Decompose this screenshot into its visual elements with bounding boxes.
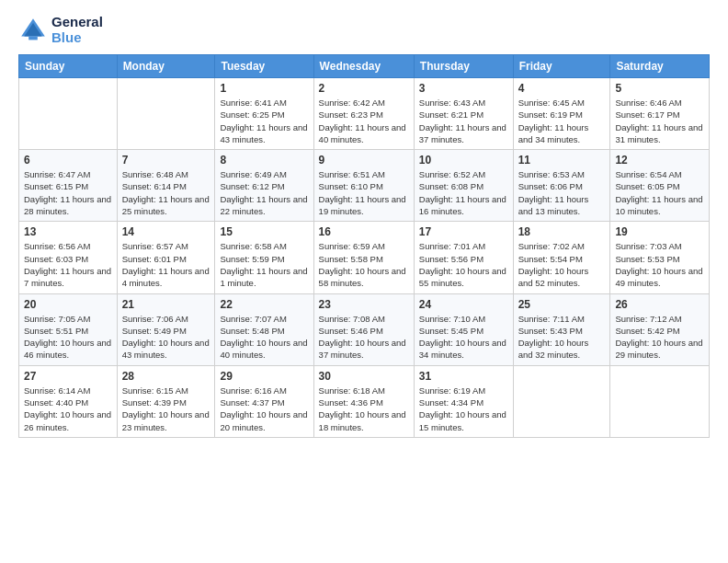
day-number: 29	[220, 370, 308, 383]
day-number: 2	[319, 82, 409, 95]
calendar-cell: 28Sunrise: 6:15 AM Sunset: 4:39 PM Dayli…	[117, 365, 215, 437]
calendar-cell: 29Sunrise: 6:16 AM Sunset: 4:37 PM Dayli…	[215, 365, 313, 437]
day-number: 18	[518, 225, 606, 238]
day-number: 3	[419, 82, 508, 95]
day-number: 13	[24, 225, 112, 238]
day-number: 11	[518, 154, 606, 167]
day-number: 24	[419, 298, 508, 311]
day-number: 26	[615, 298, 704, 311]
day-info: Sunrise: 6:16 AM Sunset: 4:37 PM Dayligh…	[220, 385, 308, 433]
day-info: Sunrise: 7:08 AM Sunset: 5:46 PM Dayligh…	[319, 313, 409, 362]
day-number: 9	[319, 154, 409, 167]
calendar-cell: 13Sunrise: 6:56 AM Sunset: 6:03 PM Dayli…	[19, 222, 118, 293]
weekday-header-saturday: Saturday	[610, 55, 710, 78]
day-number: 21	[122, 298, 210, 311]
weekday-header-monday: Monday	[117, 55, 215, 78]
calendar-cell: 5Sunrise: 6:46 AM Sunset: 6:17 PM Daylig…	[610, 78, 710, 150]
day-info: Sunrise: 6:57 AM Sunset: 6:01 PM Dayligh…	[122, 240, 210, 289]
day-info: Sunrise: 6:14 AM Sunset: 4:40 PM Dayligh…	[24, 385, 112, 433]
calendar-cell: 3Sunrise: 6:43 AM Sunset: 6:21 PM Daylig…	[414, 78, 513, 150]
calendar-cell: 22Sunrise: 7:07 AM Sunset: 5:48 PM Dayli…	[215, 293, 313, 365]
calendar-cell: 30Sunrise: 6:18 AM Sunset: 4:36 PM Dayli…	[313, 365, 414, 437]
calendar-cell: 4Sunrise: 6:45 AM Sunset: 6:19 PM Daylig…	[513, 78, 610, 150]
day-info: Sunrise: 6:53 AM Sunset: 6:06 PM Dayligh…	[518, 168, 606, 217]
day-number: 16	[319, 225, 409, 238]
calendar-cell: 14Sunrise: 6:57 AM Sunset: 6:01 PM Dayli…	[117, 222, 215, 293]
calendar-cell: 6Sunrise: 6:47 AM Sunset: 6:15 PM Daylig…	[19, 150, 118, 222]
day-number: 30	[319, 370, 409, 383]
day-info: Sunrise: 7:07 AM Sunset: 5:48 PM Dayligh…	[220, 313, 308, 362]
calendar-cell: 11Sunrise: 6:53 AM Sunset: 6:06 PM Dayli…	[513, 150, 610, 222]
day-info: Sunrise: 6:54 AM Sunset: 6:05 PM Dayligh…	[615, 168, 704, 217]
day-info: Sunrise: 6:58 AM Sunset: 5:59 PM Dayligh…	[220, 240, 308, 289]
day-info: Sunrise: 6:51 AM Sunset: 6:10 PM Dayligh…	[319, 168, 409, 217]
day-number: 6	[24, 154, 112, 167]
day-info: Sunrise: 6:19 AM Sunset: 4:34 PM Dayligh…	[419, 385, 508, 433]
calendar-cell	[610, 365, 710, 437]
week-row-5: 27Sunrise: 6:14 AM Sunset: 4:40 PM Dayli…	[19, 365, 710, 437]
day-number: 15	[220, 225, 308, 238]
day-number: 17	[419, 225, 508, 238]
logo-icon	[18, 16, 48, 45]
weekday-header-sunday: Sunday	[19, 55, 118, 78]
calendar-cell: 26Sunrise: 7:12 AM Sunset: 5:42 PM Dayli…	[610, 293, 710, 365]
week-row-3: 13Sunrise: 6:56 AM Sunset: 6:03 PM Dayli…	[19, 222, 710, 293]
calendar-cell	[513, 365, 610, 437]
day-info: Sunrise: 7:02 AM Sunset: 5:54 PM Dayligh…	[518, 240, 606, 289]
weekday-header-friday: Friday	[513, 55, 610, 78]
calendar-cell	[19, 78, 118, 150]
day-number: 31	[419, 370, 508, 383]
day-info: Sunrise: 6:15 AM Sunset: 4:39 PM Dayligh…	[122, 385, 210, 433]
calendar-cell: 17Sunrise: 7:01 AM Sunset: 5:56 PM Dayli…	[414, 222, 513, 293]
calendar-cell: 12Sunrise: 6:54 AM Sunset: 6:05 PM Dayli…	[610, 150, 710, 222]
calendar-cell: 25Sunrise: 7:11 AM Sunset: 5:43 PM Dayli…	[513, 293, 610, 365]
day-info: Sunrise: 6:59 AM Sunset: 5:58 PM Dayligh…	[319, 240, 409, 289]
day-info: Sunrise: 6:49 AM Sunset: 6:12 PM Dayligh…	[220, 168, 308, 217]
day-number: 22	[220, 298, 308, 311]
day-info: Sunrise: 6:18 AM Sunset: 4:36 PM Dayligh…	[319, 385, 409, 433]
calendar-cell: 16Sunrise: 6:59 AM Sunset: 5:58 PM Dayli…	[313, 222, 414, 293]
day-number: 20	[24, 298, 112, 311]
day-info: Sunrise: 6:46 AM Sunset: 6:17 PM Dayligh…	[615, 97, 704, 145]
calendar-cell: 20Sunrise: 7:05 AM Sunset: 5:51 PM Dayli…	[19, 293, 118, 365]
calendar-cell: 27Sunrise: 6:14 AM Sunset: 4:40 PM Dayli…	[19, 365, 118, 437]
weekday-header-row: SundayMondayTuesdayWednesdayThursdayFrid…	[19, 55, 710, 78]
calendar-cell: 31Sunrise: 6:19 AM Sunset: 4:34 PM Dayli…	[414, 365, 513, 437]
calendar-cell: 7Sunrise: 6:48 AM Sunset: 6:14 PM Daylig…	[117, 150, 215, 222]
day-info: Sunrise: 6:41 AM Sunset: 6:25 PM Dayligh…	[220, 97, 308, 145]
day-info: Sunrise: 7:01 AM Sunset: 5:56 PM Dayligh…	[419, 240, 508, 289]
day-info: Sunrise: 6:43 AM Sunset: 6:21 PM Dayligh…	[419, 97, 508, 145]
day-info: Sunrise: 7:06 AM Sunset: 5:49 PM Dayligh…	[122, 313, 210, 362]
day-info: Sunrise: 7:03 AM Sunset: 5:53 PM Dayligh…	[615, 240, 704, 289]
svg-rect-2	[28, 36, 38, 40]
calendar-cell: 15Sunrise: 6:58 AM Sunset: 5:59 PM Dayli…	[215, 222, 313, 293]
day-number: 28	[122, 370, 210, 383]
day-number: 1	[220, 82, 308, 95]
weekday-header-wednesday: Wednesday	[313, 55, 414, 78]
calendar-cell: 1Sunrise: 6:41 AM Sunset: 6:25 PM Daylig…	[215, 78, 313, 150]
day-number: 7	[122, 154, 210, 167]
day-info: Sunrise: 7:12 AM Sunset: 5:42 PM Dayligh…	[615, 313, 704, 362]
calendar-cell: 19Sunrise: 7:03 AM Sunset: 5:53 PM Dayli…	[610, 222, 710, 293]
day-info: Sunrise: 7:10 AM Sunset: 5:45 PM Dayligh…	[419, 313, 508, 362]
weekday-header-thursday: Thursday	[414, 55, 513, 78]
calendar-cell: 24Sunrise: 7:10 AM Sunset: 5:45 PM Dayli…	[414, 293, 513, 365]
calendar-cell: 2Sunrise: 6:42 AM Sunset: 6:23 PM Daylig…	[313, 78, 414, 150]
day-info: Sunrise: 6:42 AM Sunset: 6:23 PM Dayligh…	[319, 97, 409, 145]
day-info: Sunrise: 6:56 AM Sunset: 6:03 PM Dayligh…	[24, 240, 112, 289]
calendar-cell: 18Sunrise: 7:02 AM Sunset: 5:54 PM Dayli…	[513, 222, 610, 293]
week-row-4: 20Sunrise: 7:05 AM Sunset: 5:51 PM Dayli…	[19, 293, 710, 365]
day-number: 8	[220, 154, 308, 167]
day-number: 23	[319, 298, 409, 311]
weekday-header-tuesday: Tuesday	[215, 55, 313, 78]
day-info: Sunrise: 6:45 AM Sunset: 6:19 PM Dayligh…	[518, 97, 606, 145]
calendar-cell: 21Sunrise: 7:06 AM Sunset: 5:49 PM Dayli…	[117, 293, 215, 365]
week-row-1: 1Sunrise: 6:41 AM Sunset: 6:25 PM Daylig…	[19, 78, 710, 150]
calendar-cell: 9Sunrise: 6:51 AM Sunset: 6:10 PM Daylig…	[313, 150, 414, 222]
calendar-cell: 23Sunrise: 7:08 AM Sunset: 5:46 PM Dayli…	[313, 293, 414, 365]
week-row-2: 6Sunrise: 6:47 AM Sunset: 6:15 PM Daylig…	[19, 150, 710, 222]
day-number: 25	[518, 298, 606, 311]
day-info: Sunrise: 6:48 AM Sunset: 6:14 PM Dayligh…	[122, 168, 210, 217]
day-info: Sunrise: 6:47 AM Sunset: 6:15 PM Dayligh…	[24, 168, 112, 217]
day-number: 10	[419, 154, 508, 167]
